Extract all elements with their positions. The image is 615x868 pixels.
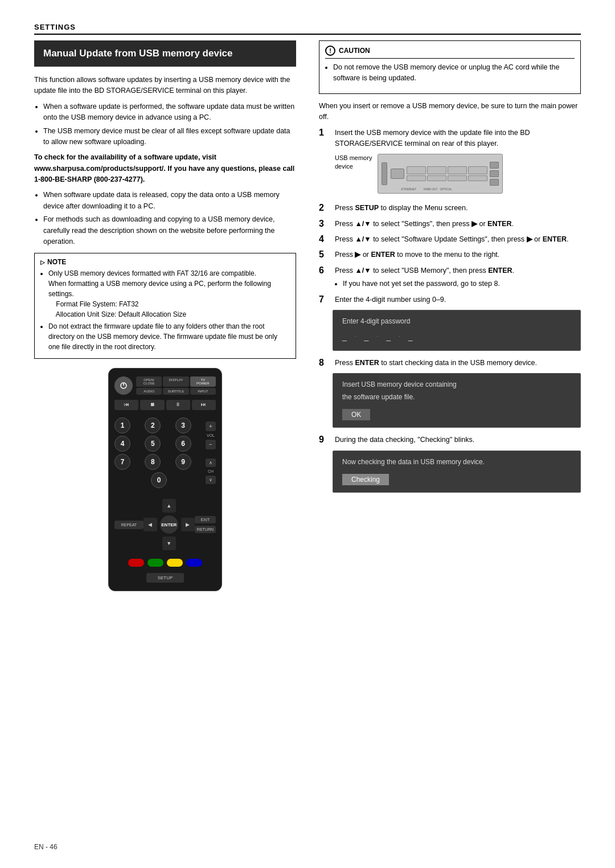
settings-header: SETTINGS (34, 23, 581, 35)
color-btn-c[interactable] (167, 559, 183, 567)
list-item: For methods such as downloading and copy… (43, 214, 296, 247)
num-0-button[interactable]: 0 (151, 472, 167, 488)
step-5: 5 Press ▶ or ENTER to move to the menu t… (319, 249, 581, 260)
screen-8-line2: the software update file. (342, 393, 571, 401)
step-8-text: Press ENTER to start checking data in th… (335, 358, 581, 369)
checking-button[interactable]: Checking (342, 474, 389, 485)
num-6-button[interactable]: 6 (175, 436, 191, 452)
screen-8-line1: Insert USB memory device containing (342, 380, 571, 388)
step-1-num: 1 (319, 128, 330, 138)
usb-diagram: USB memorydevice (335, 154, 581, 194)
step-8: 8 Press ENTER to start checking data in … (319, 358, 581, 369)
step-5-text: Press ▶ or ENTER to move to the menu to … (335, 249, 581, 260)
ch-down-button[interactable]: ∨ (206, 476, 216, 484)
dot-2: _ (364, 332, 369, 341)
left-column: Manual Update from USB memory device Thi… (34, 40, 296, 600)
section-title: Manual Update from USB memory device (34, 40, 296, 67)
step-2-num: 2 (319, 203, 330, 213)
power-button[interactable] (114, 376, 133, 395)
list-item: The USB memory device must be clear of a… (43, 126, 296, 148)
num-7-button[interactable]: 7 (114, 454, 130, 470)
screen-9-text: Now checking the data in USB memory devi… (342, 458, 571, 466)
step-6-num: 6 (319, 265, 330, 276)
screen-7-mockup: Enter 4-digit password _ · _ · _ · _ (333, 310, 581, 351)
bold-paragraph: To check for the availability of a softw… (34, 152, 296, 185)
vol-minus-button[interactable]: − (206, 440, 216, 449)
step-8-num: 8 (319, 358, 330, 368)
num-4-button[interactable]: 4 (114, 436, 130, 452)
forward-button[interactable]: ⏭ (192, 400, 216, 410)
open-close-button[interactable]: OPEN/CLOSE (136, 376, 162, 387)
list-item: When a software update is performed, the… (43, 101, 296, 124)
screen-7-label: Enter 4-digit password (342, 317, 571, 325)
color-btn-d[interactable] (186, 559, 202, 567)
enter-button[interactable]: ENTER (160, 515, 178, 534)
step-1: 1 Insert the USB memory device with the … (319, 128, 581, 199)
num-5-button[interactable]: 5 (145, 436, 161, 452)
dpad-right-button[interactable]: ▶ (181, 518, 195, 531)
step-9-num: 9 (319, 435, 330, 445)
step-1-text: Insert the USB memory device with the up… (335, 128, 581, 199)
step-2-text: Press SETUP to display the Menu screen. (335, 203, 581, 214)
caution-box: ! CAUTION Do not remove the USB memory d… (319, 40, 581, 94)
input-button[interactable]: INPUT (190, 388, 216, 395)
right-column: ! CAUTION Do not remove the USB memory d… (319, 40, 581, 600)
color-btn-a[interactable] (128, 559, 144, 567)
tv-power-button[interactable]: TVPOWER (190, 376, 216, 387)
password-dots: _ · _ · _ · _ (342, 330, 571, 343)
play-button[interactable]: ⏮ (114, 400, 138, 410)
step-5-num: 5 (319, 249, 330, 260)
two-col-layout: Manual Update from USB memory device Thi… (34, 40, 581, 600)
dpad-left-button[interactable]: ◀ (144, 518, 157, 531)
intro-bullet-list: When a software update is performed, the… (43, 101, 296, 148)
screen-8-mockup: Insert USB memory device containing the … (333, 373, 581, 428)
step-6: 6 Press ▲/▼ to select "USB Memory", then… (319, 265, 581, 290)
num-1-button[interactable]: 1 (114, 417, 130, 433)
color-btn-b[interactable] (147, 559, 163, 567)
step-7-text: Enter the 4-digit number using 0–9. (335, 294, 581, 305)
caution-title: ! CAUTION (325, 46, 575, 56)
return-button[interactable]: RETURN (195, 526, 216, 533)
numpad: 1 2 3 4 5 6 7 8 9 0 (114, 417, 203, 488)
step-6-subbullet: If you have not yet set the password, go… (343, 279, 581, 289)
step-6-text: Press ▲/▼ to select "USB Memory", then p… (335, 265, 581, 290)
caution-icon: ! (325, 46, 335, 56)
step-4: 4 Press ▲/▼ to select "Software Update S… (319, 234, 581, 245)
note-box: NOTE Only USB memory devices formatted w… (34, 253, 296, 359)
dot-1: _ (342, 332, 347, 341)
step-9: 9 During the data checking, "Checking" b… (319, 435, 581, 445)
note-title: NOTE (40, 258, 290, 266)
num-9-button[interactable]: 9 (175, 454, 191, 470)
list-item: Do not extract the firmware update file … (48, 321, 290, 352)
step-3-text: Press ▲/▼ to select "Settings", then pre… (335, 219, 581, 230)
bullets2-list: When software update data is released, c… (43, 190, 296, 247)
subtitle-button[interactable]: SUBTITLE (163, 388, 188, 395)
repeat-button[interactable]: REPEAT (114, 521, 144, 529)
step-3: 3 Press ▲/▼ to select "Settings", then p… (319, 219, 581, 230)
num-3-button[interactable]: 3 (175, 417, 191, 433)
num-2-button[interactable]: 2 (145, 417, 161, 433)
num-8-button[interactable]: 8 (145, 454, 161, 470)
dpad-down-button[interactable]: ▼ (162, 537, 176, 550)
list-item: When software update data is released, c… (43, 190, 296, 212)
step-9-text: During the data checking, "Checking" bli… (335, 435, 581, 445)
usb-label: USB memorydevice (335, 154, 372, 170)
dpad: ▲ ◀ ENTER ▶ ▼ (144, 499, 195, 550)
footer: EN - 46 (34, 843, 58, 851)
ch-up-button[interactable]: ∧ (206, 458, 216, 467)
pause-button[interactable]: ⏸ (166, 400, 190, 410)
vol-plus-button[interactable]: + (206, 421, 216, 431)
note-content: Only USB memory devices formatted with F… (40, 268, 290, 352)
dpad-up-button[interactable]: ▲ (162, 499, 176, 513)
step-4-num: 4 (319, 234, 330, 244)
step-4-text: Press ▲/▼ to select "Software Update Set… (335, 234, 581, 245)
setup-button[interactable]: SETUP (146, 573, 184, 583)
stop-button[interactable]: ⏹ (140, 400, 164, 410)
list-item: Only USB memory devices formatted with F… (48, 268, 290, 320)
remote-control: OPEN/CLOSE DISPLAY TVPOWER AUDIO SUBTITL… (108, 368, 222, 591)
audio-button[interactable]: AUDIO (136, 388, 162, 395)
dot-3: _ (386, 332, 391, 341)
exit-button[interactable]: EXIT (195, 516, 216, 523)
ok-button-screen[interactable]: OK (342, 409, 370, 420)
display-button[interactable]: DISPLAY (163, 376, 188, 387)
